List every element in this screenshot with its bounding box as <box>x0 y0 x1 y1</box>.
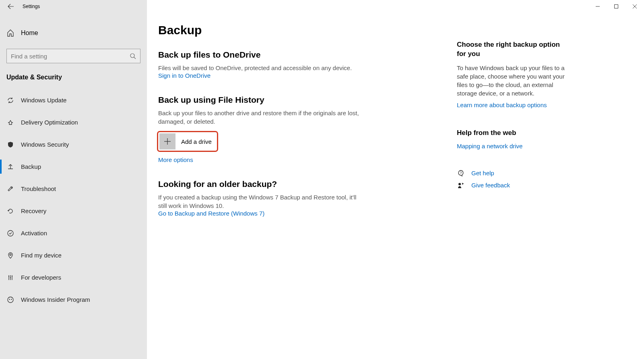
search-icon <box>130 53 136 59</box>
sidebar-item-troubleshoot[interactable]: Troubleshoot <box>0 178 147 200</box>
svg-point-5 <box>9 299 10 299</box>
give-feedback-label: Give feedback <box>471 182 510 189</box>
choose-backup-section: Choose the right backup option for you T… <box>457 40 566 108</box>
sidebar-item-label: Recovery <box>21 208 46 214</box>
learn-more-link[interactable]: Learn more about backup options <box>457 102 566 108</box>
choose-heading: Choose the right backup option for you <box>457 40 566 59</box>
main-panel: Backup Back up files to OneDrive Files w… <box>147 0 457 359</box>
minimize-icon <box>596 4 600 8</box>
delivery-icon <box>6 119 14 126</box>
sidebar-item-find-my-device[interactable]: Find my device <box>0 244 147 266</box>
onedrive-heading: Back up files to OneDrive <box>158 50 446 60</box>
sidebar-item-windows-security[interactable]: Windows Security <box>0 133 147 156</box>
filehistory-section: Back up using File History Back up your … <box>158 95 446 163</box>
add-drive-label: Add a drive <box>181 138 212 145</box>
backup-restore-link[interactable]: Go to Backup and Restore (Windows 7) <box>158 210 446 217</box>
sidebar-item-windows-update[interactable]: Windows Update <box>0 89 147 111</box>
home-label: Home <box>21 29 38 37</box>
onedrive-body: Files will be saved to OneDrive, protect… <box>158 64 363 72</box>
insider-icon <box>6 296 14 303</box>
svg-text:?: ? <box>460 171 462 175</box>
svg-point-3 <box>10 254 11 255</box>
svg-point-14 <box>458 183 461 185</box>
check-circle-icon <box>6 230 14 237</box>
section-header: Update & Security <box>6 74 140 81</box>
sidebar-item-label: Troubleshoot <box>21 185 56 192</box>
titlebar: Settings <box>0 0 147 13</box>
back-button[interactable] <box>2 0 20 13</box>
home-button[interactable]: Home <box>0 22 147 44</box>
sidebar-item-insider[interactable]: Windows Insider Program <box>0 288 147 311</box>
older-backup-section: Looking for an older backup? If you crea… <box>158 179 446 217</box>
sidebar-item-recovery[interactable]: Recovery <box>0 200 147 222</box>
help-web-section: Help from the web Mapping a network driv… <box>457 129 566 149</box>
close-button[interactable] <box>625 0 644 13</box>
sidebar-item-label: For developers <box>21 274 61 281</box>
wrench-icon <box>6 185 14 193</box>
sync-icon <box>6 97 14 104</box>
sidebar-item-activation[interactable]: Activation <box>0 222 147 244</box>
search-box[interactable] <box>6 49 140 63</box>
sidebar-item-label: Windows Insider Program <box>21 296 90 303</box>
close-icon <box>633 4 637 8</box>
sidebar-item-delivery-optimization[interactable]: Delivery Optimization <box>0 111 147 133</box>
sidebar-item-label: Backup <box>21 163 41 170</box>
onedrive-section: Back up files to OneDrive Files will be … <box>158 50 446 79</box>
sidebar-item-label: Windows Security <box>21 141 69 148</box>
right-rail: Choose the right backup option for you T… <box>457 0 578 359</box>
location-icon <box>6 252 14 259</box>
maximize-icon <box>614 4 618 8</box>
plus-icon <box>159 133 175 149</box>
sidebar-item-backup[interactable]: Backup <box>0 156 147 178</box>
shield-icon <box>6 141 14 148</box>
backup-icon <box>6 163 14 170</box>
search-input[interactable] <box>11 53 130 60</box>
recovery-icon <box>6 208 14 215</box>
get-help-label: Get help <box>471 170 494 176</box>
sidebar: Settings Home Update & Security Windows … <box>0 0 147 359</box>
page-title: Backup <box>158 23 446 37</box>
add-drive-button[interactable]: Add a drive <box>158 132 217 151</box>
sidebar-item-for-developers[interactable]: For developers <box>0 266 147 288</box>
maximize-button[interactable] <box>607 0 625 13</box>
older-heading: Looking for an older backup? <box>158 179 446 189</box>
window-controls <box>588 0 644 13</box>
choose-body: To have Windows back up your files to a … <box>457 64 566 98</box>
app-title: Settings <box>23 4 40 9</box>
svg-line-1 <box>134 57 136 59</box>
more-options-link[interactable]: More options <box>158 156 446 163</box>
mapping-drive-link[interactable]: Mapping a network drive <box>457 143 566 149</box>
feedback-icon <box>457 182 465 189</box>
home-icon <box>6 29 14 37</box>
support-links: ? Get help Give feedback <box>457 170 566 189</box>
help-bubble-icon: ? <box>457 170 465 177</box>
minimize-button[interactable] <box>588 0 607 13</box>
sidebar-item-label: Delivery Optimization <box>21 119 78 126</box>
developer-icon <box>6 274 14 281</box>
sign-in-onedrive-link[interactable]: Sign in to OneDrive <box>158 72 446 79</box>
svg-point-2 <box>8 230 13 236</box>
svg-rect-8 <box>615 5 618 8</box>
sidebar-item-label: Find my device <box>21 252 62 259</box>
content-area: Backup Back up files to OneDrive Files w… <box>147 0 644 359</box>
filehistory-heading: Back up using File History <box>158 95 446 105</box>
help-web-heading: Help from the web <box>457 129 566 138</box>
sidebar-item-label: Activation <box>21 230 47 237</box>
svg-point-4 <box>8 297 13 303</box>
sidebar-item-label: Windows Update <box>21 97 66 104</box>
filehistory-body: Back up your files to another drive and … <box>158 109 363 126</box>
give-feedback-link[interactable]: Give feedback <box>457 182 566 189</box>
arrow-left-icon <box>8 3 14 10</box>
svg-point-6 <box>11 299 12 299</box>
svg-point-0 <box>130 54 134 58</box>
get-help-link[interactable]: ? Get help <box>457 170 566 177</box>
older-body: If you created a backup using the Window… <box>158 193 363 210</box>
